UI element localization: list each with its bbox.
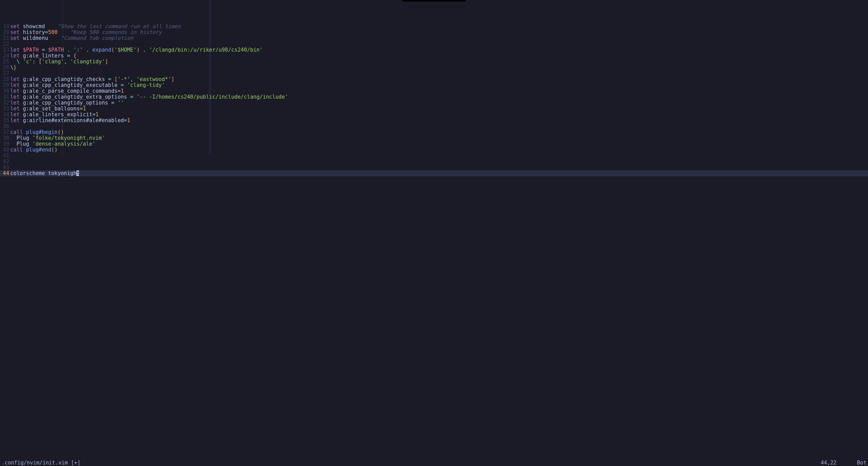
- code-content[interactable]: let g:airline#extensions#ale#enabled=1: [10, 118, 130, 123]
- token-delim: (: [111, 47, 114, 53]
- code-content[interactable]: let g:ale_set_balloons=1: [10, 106, 86, 112]
- code-line[interactable]: 28let g:ale_cpp_clangtidy_checks = ['-*'…: [0, 76, 868, 82]
- token-ident: g: [23, 82, 26, 88]
- code-line[interactable]: 22: [0, 41, 868, 47]
- code-line[interactable]: 42: [0, 159, 868, 165]
- cursor: t: [76, 170, 79, 176]
- token-kw: let: [10, 111, 20, 118]
- code-content[interactable]: set history=500 "Keep 500 commands in hi…: [10, 29, 162, 35]
- code-line[interactable]: 33let g:ale_set_balloons=1: [0, 106, 868, 112]
- code-content[interactable]: let g:ale_cpp_clangtidy_executable = 'cl…: [10, 82, 165, 88]
- token-str: '$HOME': [114, 47, 136, 53]
- token-plain: [64, 47, 67, 53]
- code-content[interactable]: let g:ale_cpp_clangtidy_checks = ['-*', …: [10, 76, 175, 82]
- token-delim: }: [13, 64, 17, 70]
- code-line[interactable]: 39 Plug 'dense-analysis/ale': [0, 141, 868, 147]
- code-content[interactable]: colorscheme tokyonight: [10, 170, 79, 176]
- token-kw: let: [10, 47, 20, 53]
- token-op: :: [26, 117, 29, 123]
- code-content[interactable]: let g:ale_linters_explicit=1: [10, 112, 99, 118]
- token-op: \: [17, 59, 20, 65]
- token-op: =: [130, 94, 133, 100]
- code-line[interactable]: 41: [0, 153, 868, 159]
- line-number: 22: [0, 41, 10, 47]
- code-line[interactable]: 27: [0, 70, 868, 76]
- code-content[interactable]: let g:ale_c_parse_compile_commands=1: [10, 88, 124, 94]
- code-content[interactable]: Plug 'folke/tokyonight.nvim': [10, 135, 105, 141]
- token-plain: [70, 53, 73, 59]
- token-func: plug#begin: [26, 129, 58, 135]
- code-content[interactable]: call plug#begin(): [10, 129, 64, 135]
- token-plain: [20, 53, 23, 59]
- code-line[interactable]: 38 Plug 'folke/tokyonight.nvim': [0, 135, 868, 141]
- token-kw: call: [10, 147, 23, 153]
- token-op: =: [67, 53, 70, 59]
- line-number: 20: [0, 29, 10, 35]
- token-ident: ale_cpp_clangtidy_checks: [29, 76, 105, 82]
- token-var: $PATH: [48, 47, 64, 53]
- code-line[interactable]: 25 \ 'c': ['clang', 'clangtidy']: [0, 59, 868, 65]
- code-line[interactable]: 31let g:ale_cpp_clangtidy_extra_options …: [0, 94, 868, 100]
- code-line[interactable]: 29let g:ale_cpp_clangtidy_executable = '…: [0, 82, 868, 88]
- code-line[interactable]: 40call plug#end(): [0, 147, 868, 153]
- code-content[interactable]: set showcmd "Show the last command run a…: [10, 24, 181, 29]
- code-line[interactable]: 23let $PATH = $PATH . ':' . expand('$HOM…: [0, 47, 868, 53]
- code-content[interactable]: set wildmenu "Command tab completion: [10, 35, 133, 41]
- token-plain: [20, 117, 23, 123]
- token-func: expand: [92, 47, 111, 53]
- token-kw: let: [10, 53, 20, 59]
- line-number: 35: [0, 118, 10, 123]
- token-op: .: [143, 47, 146, 53]
- line-number: 26: [0, 65, 10, 70]
- code-line[interactable]: 21set wildmenu "Command tab completion: [0, 35, 868, 41]
- token-str: 'clang': [42, 59, 64, 65]
- code-line[interactable]: 32let g:ale_cpp_clangtidy_options = '': [0, 100, 868, 106]
- token-plain: [20, 59, 23, 65]
- code-content[interactable]: let $PATH = $PATH . ':' . expand('$HOME'…: [10, 47, 262, 53]
- editor-viewport[interactable]: 19set showcmd "Show the last command run…: [0, 0, 868, 460]
- code-line[interactable]: 44colorscheme tokyonight: [0, 170, 868, 176]
- line-number: 34: [0, 112, 10, 118]
- line-number: 30: [0, 88, 10, 94]
- status-scroll-indicator: Bot: [857, 460, 866, 466]
- code-content[interactable]: let g:ale_cpp_clangtidy_extra_options = …: [10, 94, 288, 100]
- token-plain: [64, 53, 67, 59]
- line-number: 40: [0, 147, 10, 153]
- token-str: '-*': [118, 76, 130, 82]
- token-plain: [146, 47, 149, 53]
- token-kw: let: [10, 76, 20, 82]
- token-plain: ,: [130, 76, 136, 82]
- token-op: :: [26, 111, 29, 118]
- code-content[interactable]: let g:ale_cpp_clangtidy_options = '': [10, 100, 124, 106]
- code-line[interactable]: 34let g:ale_linters_explicit=1: [0, 112, 868, 118]
- code-line[interactable]: 30let g:ale_c_parse_compile_commands=1: [0, 88, 868, 94]
- token-plain: [45, 170, 48, 176]
- code-line[interactable]: 20set history=500 "Keep 500 commands in …: [0, 29, 868, 35]
- line-number: 33: [0, 106, 10, 112]
- token-ident: colorscheme: [10, 170, 45, 176]
- token-op: =: [121, 82, 124, 88]
- line-number: 36: [0, 123, 10, 129]
- code-line[interactable]: 36: [0, 123, 868, 129]
- token-str: '/clangd/bin:/u/riker/u98/cs240/bin': [149, 47, 262, 53]
- status-bar: .config/nvim/init.vim [+] 44,22 Bot: [0, 460, 868, 466]
- code-line[interactable]: 35let g:airline#extensions#ale#enabled=1: [0, 118, 868, 123]
- line-number: 19: [0, 24, 10, 29]
- token-plain: [114, 100, 117, 106]
- code-content[interactable]: \ 'c': ['clang', 'clangtidy']: [10, 59, 108, 65]
- code-content[interactable]: Plug 'dense-analysis/ale': [10, 141, 95, 147]
- code-line[interactable]: 19set showcmd "Show the last command run…: [0, 24, 868, 29]
- token-delim: [: [114, 76, 117, 82]
- code-content[interactable]: \}: [10, 65, 17, 70]
- code-content[interactable]: call plug#end(): [10, 147, 58, 153]
- code-line[interactable]: 43: [0, 165, 868, 170]
- code-line[interactable]: 24let g:ale_linters = {: [0, 53, 868, 59]
- code-line[interactable]: 26\}: [0, 65, 868, 70]
- token-plain: [10, 59, 17, 65]
- line-number: 41: [0, 153, 10, 159]
- line-number: 29: [0, 82, 10, 88]
- token-kw: let: [10, 117, 20, 123]
- token-comment: "Command tab completion: [61, 35, 133, 41]
- code-line[interactable]: 37call plug#begin(): [0, 129, 868, 135]
- code-content[interactable]: let g:ale_linters = {: [10, 53, 76, 59]
